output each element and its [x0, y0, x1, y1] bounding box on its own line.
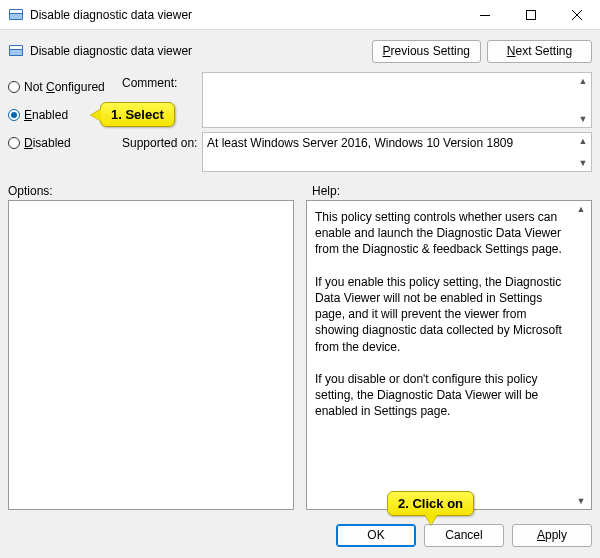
dialog-footer: OK Cancel Apply: [8, 510, 592, 550]
app-icon: [8, 7, 24, 23]
cancel-button[interactable]: Cancel: [424, 524, 504, 547]
policy-title: Disable diagnostic data viewer: [30, 44, 366, 58]
svg-rect-3: [480, 15, 490, 16]
apply-button[interactable]: Apply: [512, 524, 592, 547]
options-label: Options:: [8, 184, 300, 200]
policy-icon: [8, 43, 24, 59]
options-panel: [8, 200, 294, 510]
radio-enabled[interactable]: Enabled: [8, 106, 118, 124]
maximize-button[interactable]: [508, 0, 554, 30]
window-title: Disable diagnostic data viewer: [30, 8, 462, 22]
radio-not-configured[interactable]: Not Configured: [8, 78, 118, 96]
supported-on-value: At least Windows Server 2016, Windows 10…: [207, 136, 513, 150]
help-label: Help:: [300, 184, 592, 200]
ok-button[interactable]: OK: [336, 524, 416, 547]
minimize-button[interactable]: [462, 0, 508, 30]
radio-icon: [8, 81, 20, 93]
svg-rect-2: [10, 14, 22, 19]
scroll-up-icon[interactable]: ▲: [576, 74, 590, 88]
scroll-down-icon[interactable]: ▼: [576, 112, 590, 126]
help-text: This policy setting controls whether use…: [307, 201, 591, 509]
supported-on-field: At least Windows Server 2016, Windows 10…: [202, 132, 592, 172]
comment-field[interactable]: ▲ ▼: [202, 72, 592, 128]
title-bar: Disable diagnostic data viewer: [0, 0, 600, 30]
next-setting-button[interactable]: Next Setting: [487, 40, 592, 63]
scroll-up-icon[interactable]: ▲: [576, 134, 590, 148]
scroll-up-icon[interactable]: ▲: [574, 202, 588, 216]
header-row: Disable diagnostic data viewer Previous …: [8, 38, 592, 64]
close-button[interactable]: [554, 0, 600, 30]
supported-on-label: Supported on:: [122, 132, 202, 150]
svg-rect-1: [10, 10, 22, 13]
scroll-down-icon[interactable]: ▼: [576, 156, 590, 170]
scroll-down-icon[interactable]: ▼: [574, 494, 588, 508]
svg-rect-9: [10, 50, 22, 55]
previous-setting-button[interactable]: Previous Setting: [372, 40, 481, 63]
svg-rect-8: [10, 46, 22, 49]
radio-icon: [8, 137, 20, 149]
radio-icon: [8, 109, 20, 121]
help-panel: This policy setting controls whether use…: [306, 200, 592, 510]
comment-label: Comment:: [122, 72, 202, 90]
radio-disabled[interactable]: Disabled: [8, 134, 118, 152]
svg-rect-4: [527, 10, 536, 19]
